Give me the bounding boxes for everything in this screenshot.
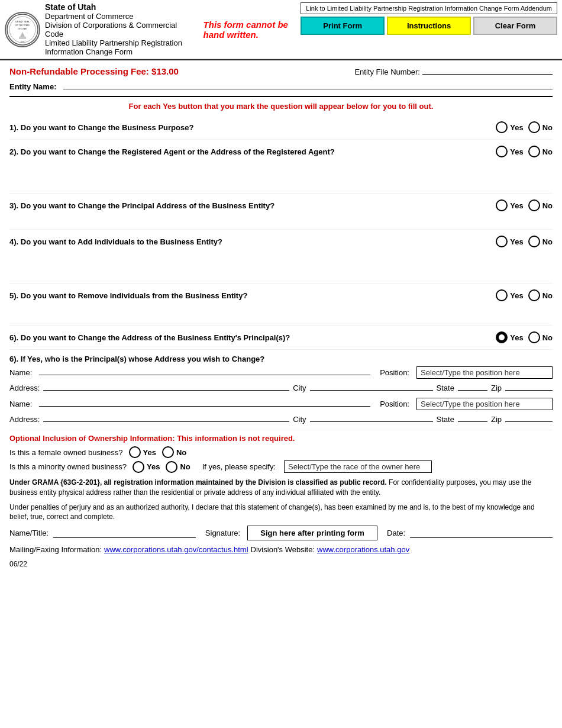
question-4-row: 4). Do you want to Add individuals to th… (9, 230, 553, 284)
q4-no-option[interactable]: No (528, 236, 553, 247)
mailing-link[interactable]: www.corporations.utah.gov/contactus.html (104, 545, 248, 554)
header-buttons: Link to Limited Liability Partnership Re… (301, 2, 557, 56)
q3-yes-option[interactable]: Yes (496, 199, 523, 211)
svg-marker-5 (20, 32, 25, 37)
race-field[interactable]: Select/Type the race of the owner here (284, 460, 432, 473)
q5-no-option[interactable]: No (528, 289, 553, 301)
minority-yes-option[interactable]: Yes (133, 461, 160, 473)
female-no-radio[interactable] (162, 446, 174, 458)
instructions-note: For each Yes button that you mark the qu… (9, 102, 553, 111)
q1-yes-radio[interactable] (496, 121, 508, 133)
q6-position-field-2[interactable]: Select/Type the position here (416, 398, 553, 410)
minority-owned-row: Is this a minority owned business? Yes N… (9, 460, 553, 473)
q6-name-field-2[interactable] (39, 397, 370, 407)
ownership-rows: Is this a female owned business? Yes No … (9, 446, 553, 473)
print-form-button[interactable]: Print Form (301, 17, 385, 35)
addendum-link[interactable]: Link to Limited Liability Partnership Re… (301, 2, 557, 14)
q6-zip-label-2: Zip (491, 415, 502, 424)
q6-city-field-2[interactable] (310, 413, 433, 422)
question-1-row: 1). Do you want to Change the Business P… (9, 115, 553, 140)
grama-text: Under GRAMA {63G-2-201}, all registratio… (9, 478, 553, 498)
female-no-option[interactable]: No (162, 446, 186, 458)
q4-yes-radio[interactable] (496, 236, 508, 247)
divisions-website-label: Division's Website: (251, 545, 315, 554)
q6-name-label-1: Name: (9, 368, 32, 377)
svg-text:OF THE STATE: OF THE STATE (15, 24, 30, 27)
q1-no-option[interactable]: No (528, 121, 553, 133)
signature-row: Name/Title: Signature: Sign here after p… (9, 526, 553, 540)
q6-name-row-1: Name: Position: Select/Type the position… (9, 366, 553, 379)
question-2-row: 2). Do you want to Change the Registered… (9, 140, 553, 194)
clear-form-button[interactable]: Clear Form (473, 17, 557, 35)
sign-here-box: Sign here after printing form (247, 526, 377, 540)
svg-text:OF UTAH: OF UTAH (18, 28, 27, 30)
q6-city-field-1[interactable] (310, 381, 433, 391)
entity-file-label: Entity File Number: (354, 67, 420, 76)
q6-zip-field-2[interactable] (505, 413, 553, 422)
q5-yes-radio[interactable] (496, 289, 508, 301)
instructions-button[interactable]: Instructions (387, 17, 471, 35)
q3-yes-radio[interactable] (496, 199, 508, 211)
minority-no-option[interactable]: No (166, 461, 190, 473)
division-website-link[interactable]: www.corporations.utah.gov (317, 545, 409, 554)
q6-position-label-2: Position: (380, 400, 409, 408)
q6-address-field-2[interactable] (43, 413, 289, 422)
cannot-handwrite-notice: This form cannot be hand written. (204, 20, 296, 40)
minority-owned-label: Is this a minority owned business? (9, 462, 127, 471)
mailing-row: Mailing/Faxing Information: www.corporat… (9, 545, 553, 554)
q6-name-row-2: Name: Position: Select/Type the position… (9, 397, 553, 410)
q6-sub-question: 6). If Yes, who is the Principal(s) whos… (9, 355, 553, 363)
q6-address-label-1: Address: (9, 384, 40, 392)
q3-no-radio[interactable] (528, 199, 540, 211)
minority-no-radio[interactable] (166, 461, 177, 473)
q6-address-row-1: Address: City State Zip (9, 381, 553, 392)
q6-state-field-1[interactable] (458, 381, 487, 391)
division-name: Division of Corporations & Commercial Co… (45, 21, 193, 38)
minority-yes-radio[interactable] (133, 461, 144, 473)
q6-no-option[interactable]: No (528, 331, 553, 343)
q6-yes-option[interactable]: Yes (496, 331, 523, 343)
q2-no-radio[interactable] (528, 146, 540, 157)
q3-text: 3). Do you want to Change the Principal … (9, 201, 446, 210)
q2-no-option[interactable]: No (528, 146, 553, 157)
q6-address-field-1[interactable] (43, 381, 289, 391)
q6-zip-field-1[interactable] (505, 381, 553, 391)
optional-note: This information is not required. (177, 434, 295, 443)
q5-yes-option[interactable]: Yes (496, 289, 523, 301)
processing-fee: Non-Refundable Processing Fee: $13.00 (9, 66, 179, 76)
q4-no-radio[interactable] (528, 236, 540, 247)
q6-position-field-1[interactable]: Select/Type the position here (416, 366, 553, 379)
date-field[interactable] (410, 529, 553, 538)
q5-no-radio[interactable] (528, 289, 540, 301)
q3-no-option[interactable]: No (528, 199, 553, 211)
entity-name-field[interactable] (63, 80, 553, 89)
q4-text: 4). Do you want to Add individuals to th… (9, 237, 446, 246)
if-yes-specify-label: If yes, please specify: (202, 462, 276, 471)
q6-position-label-1: Position: (380, 368, 409, 377)
q6-name-field-1[interactable] (39, 366, 370, 375)
question-5-row: 5). Do you want to Remove individuals fr… (9, 284, 553, 326)
name-title-label: Name/Title: (9, 529, 49, 537)
female-yes-option[interactable]: Yes (129, 446, 156, 458)
q1-yes-option[interactable]: Yes (496, 121, 523, 133)
q4-yes-option[interactable]: Yes (496, 236, 523, 247)
optional-ownership-section: Optional Inclusion of Ownership Informat… (9, 430, 553, 473)
q6-no-radio[interactable] (528, 331, 540, 343)
q6-address-label-2: Address: (9, 415, 40, 424)
dept-name: Department of Commerce (45, 12, 193, 21)
q6-yes-radio[interactable] (496, 331, 508, 343)
q1-text: 1). Do you want to Change the Business P… (9, 123, 446, 132)
q6-subsection: 6). If Yes, who is the Principal(s) whos… (9, 355, 553, 424)
form-title: Limited Liability Partnership Registrati… (45, 38, 193, 56)
female-yes-radio[interactable] (129, 446, 141, 458)
q6-city-label-2: City (293, 415, 306, 424)
q2-text: 2). Do you want to Change the Registered… (9, 147, 446, 156)
optional-header: Optional Inclusion of Ownership Informat… (9, 434, 553, 443)
q6-state-field-2[interactable] (458, 413, 487, 422)
q2-yes-radio[interactable] (496, 146, 508, 157)
name-title-field[interactable] (53, 529, 196, 538)
q2-yes-option[interactable]: Yes (496, 146, 523, 157)
entity-file-field[interactable] (422, 65, 553, 75)
female-owned-row: Is this a female owned business? Yes No (9, 446, 553, 458)
q1-no-radio[interactable] (528, 121, 540, 133)
